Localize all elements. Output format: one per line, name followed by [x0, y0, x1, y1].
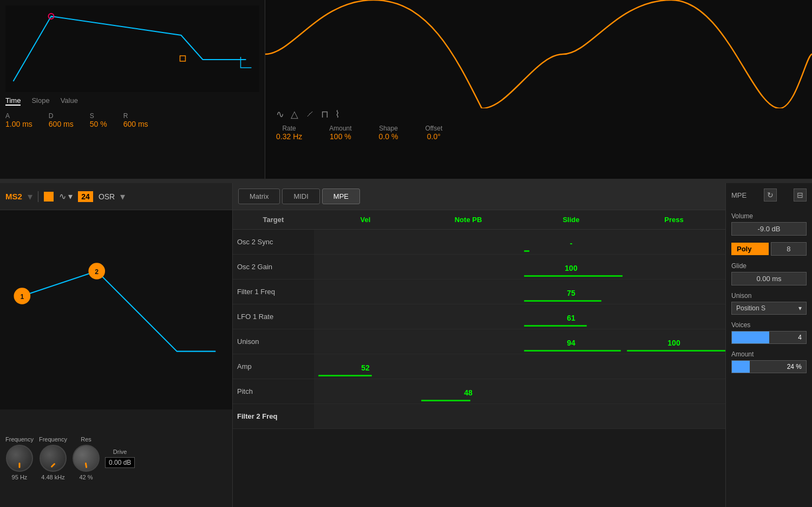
lfo-shape-value[interactable]: 0.0 %	[379, 132, 398, 141]
table-row[interactable]: Pitch48	[233, 379, 725, 404]
wave-selector[interactable]: ∿ ▾	[59, 191, 73, 202]
lfo-offset-value[interactable]: 0.0°	[427, 132, 441, 141]
cell-press-1[interactable]	[623, 255, 725, 280]
table-row[interactable]: Osc 2 Gain100	[233, 255, 725, 280]
matrix-table: Target Vel Note PB Slide Press Osc 2 Syn…	[233, 210, 725, 429]
cell-press-4[interactable]: 100	[623, 329, 725, 354]
cell-slide-4[interactable]: 94	[520, 329, 623, 354]
lfo-rate-label: Rate	[282, 125, 296, 132]
tab-value[interactable]: Value	[61, 96, 78, 106]
adsr-r-label: R	[123, 112, 148, 120]
tab-time[interactable]: Time	[5, 96, 21, 106]
cell-slide-1[interactable]: 100	[520, 255, 623, 280]
poly-value[interactable]: 8	[771, 242, 807, 256]
random-icon[interactable]: ⌇	[335, 108, 340, 120]
lfo-amount-value[interactable]: 100 %	[330, 132, 351, 141]
cell-vel-6[interactable]	[314, 379, 417, 404]
cell-slide-3[interactable]: 61	[520, 304, 623, 329]
osc-color-btn[interactable]	[44, 192, 54, 202]
cell-slide-7[interactable]	[520, 404, 623, 429]
triangle-icon[interactable]: △	[291, 108, 298, 120]
volume-display[interactable]: -9.0 dB	[731, 222, 807, 236]
cell-press-7[interactable]	[623, 404, 725, 429]
tab-midi[interactable]: MIDI	[282, 188, 319, 204]
poly-btn[interactable]: Poly	[731, 243, 769, 255]
cell-slide-0[interactable]: -	[520, 230, 623, 255]
cell-notepb-2[interactable]	[417, 280, 520, 304]
cell-notepb-1[interactable]	[417, 255, 520, 280]
square-icon[interactable]: ⊓	[321, 108, 329, 120]
cell-press-3[interactable]	[623, 304, 725, 329]
lfo-rate-value[interactable]: 0.32 Hz	[276, 132, 302, 141]
cell-slide-5[interactable]	[520, 354, 623, 379]
row-target-1: Osc 2 Gain	[233, 255, 314, 280]
frequency-knob[interactable]	[6, 445, 33, 472]
table-row[interactable]: Amp52	[233, 354, 725, 379]
voices-label: Voices	[731, 321, 807, 329]
voices-value: 4	[798, 334, 802, 341]
res-knob-group: Res 42 %	[73, 436, 100, 480]
toolbar-osr[interactable]: OSR	[99, 192, 115, 201]
cell-vel-2[interactable]	[314, 280, 417, 304]
table-row[interactable]: Osc 2 Sync-	[233, 230, 725, 255]
voices-bar[interactable]: 4	[731, 331, 807, 344]
res-knob[interactable]	[73, 445, 100, 472]
glide-display[interactable]: 0.00 ms	[731, 272, 807, 285]
mpe-refresh-icon[interactable]: ↻	[764, 188, 777, 202]
cell-press-5[interactable]	[623, 354, 725, 379]
table-row[interactable]: Filter 2 Freq	[233, 404, 725, 429]
lfo-rate: Rate 0.32 Hz	[276, 125, 302, 141]
cell-press-0[interactable]	[623, 230, 725, 255]
synth-name[interactable]: MS2	[5, 192, 22, 201]
tab-matrix[interactable]: Matrix	[238, 188, 280, 204]
mpe-header: MPE ↻ ⊟	[731, 188, 807, 202]
synth-toolbar: MS2 ▾ ∿ ▾ 24 OSR ▾	[0, 183, 232, 210]
cell-slide-6[interactable]	[520, 379, 623, 404]
cell-vel-5[interactable]: 52	[314, 354, 417, 379]
freq-label: Frequency	[5, 436, 34, 443]
sawtooth-icon[interactable]: ⟋	[305, 108, 315, 120]
cell-slide-2[interactable]: 75	[520, 280, 623, 304]
adsr-d-value[interactable]: 600 ms	[49, 120, 74, 128]
cell-notepb-4[interactable]	[417, 329, 520, 354]
mpe-settings-icon[interactable]: ⊟	[794, 188, 807, 202]
adsr-r-value[interactable]: 600 ms	[123, 120, 148, 128]
tab-mpe[interactable]: MPE	[322, 188, 360, 204]
right-panel: MPE ↻ ⊟ Volume -9.0 dB Poly 8 Glide 0.00…	[725, 183, 812, 507]
adsr-a-value[interactable]: 1.00 ms	[5, 120, 32, 128]
cell-notepb-0[interactable]	[417, 230, 520, 255]
cell-vel-7[interactable]	[314, 404, 417, 429]
synth-bottom-controls: Frequency 95 Hz Frequency 4.48 kHz Res 4…	[0, 410, 232, 507]
cell-vel-4[interactable]	[314, 329, 417, 354]
lfo-icons: ∿ △ ⟋ ⊓ ⌇	[276, 108, 801, 120]
lfo-shape: Shape 0.0 %	[379, 125, 398, 141]
adsr-s-value[interactable]: 50 %	[90, 120, 107, 128]
cell-press-2[interactable]	[623, 280, 725, 304]
table-row[interactable]: LFO 1 Rate61	[233, 304, 725, 329]
th-slide: Slide	[520, 210, 623, 230]
cell-vel-3[interactable]	[314, 304, 417, 329]
time-tabs: Time Slope Value	[5, 92, 259, 108]
drive-display[interactable]: 0.00 dB	[105, 457, 135, 468]
cell-notepb-3[interactable]	[417, 304, 520, 329]
table-row[interactable]: Filter 1 Freq75	[233, 280, 725, 304]
cell-vel-0[interactable]	[314, 230, 417, 255]
cell-notepb-5[interactable]	[417, 354, 520, 379]
freq2-value: 4.48 kHz	[41, 474, 64, 480]
adsr-s-label: S	[90, 112, 107, 120]
frequency2-knob[interactable]	[40, 445, 67, 472]
toolbar-osc-number[interactable]: 24	[78, 191, 93, 202]
lfo-offset-label: Offset	[425, 125, 442, 132]
cell-vel-1[interactable]	[314, 255, 417, 280]
table-row[interactable]: Unison94100	[233, 329, 725, 354]
cell-notepb-7[interactable]	[417, 404, 520, 429]
tab-slope[interactable]: Slope	[31, 96, 49, 106]
amount-bar[interactable]: 24 %	[731, 360, 807, 373]
adsr-params: A 1.00 ms D 600 ms S 50 % R 600 ms	[5, 108, 259, 133]
bottom-section: MS2 ▾ ∿ ▾ 24 OSR ▾ 1 2 Frequency	[0, 183, 812, 507]
sine-icon[interactable]: ∿	[276, 108, 284, 120]
cell-notepb-6[interactable]: 48	[417, 379, 520, 404]
cell-press-6[interactable]	[623, 379, 725, 404]
adsr-r: R 600 ms	[123, 112, 148, 128]
position-dropdown[interactable]: Position S ▾	[731, 302, 807, 315]
